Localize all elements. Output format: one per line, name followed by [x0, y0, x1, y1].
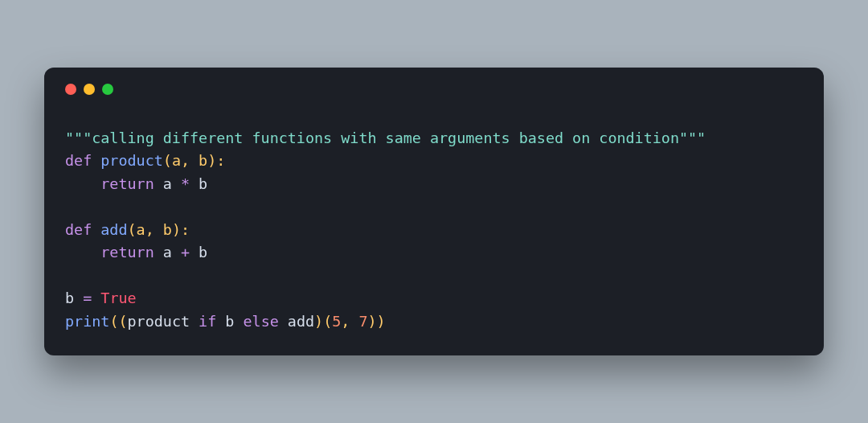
var-b: b — [190, 244, 207, 261]
function-name-product: product — [100, 152, 163, 169]
comma: , — [341, 313, 358, 330]
traffic-lights — [65, 84, 803, 95]
function-name-add: add — [100, 221, 127, 238]
number-7: 7 — [358, 313, 367, 330]
keyword-def: def — [65, 152, 92, 169]
indent — [65, 244, 100, 261]
var-a: a — [154, 244, 181, 261]
code-window: """calling different functions with same… — [44, 68, 824, 356]
close-icon[interactable] — [65, 84, 76, 95]
paren-open: (( — [109, 313, 127, 330]
params: (a, b): — [128, 221, 190, 238]
ref-add: add — [279, 313, 314, 330]
keyword-def: def — [65, 221, 92, 238]
paren-close-open: )( — [314, 313, 332, 330]
keyword-return: return — [100, 244, 154, 261]
constant-true: True — [100, 290, 136, 306]
paren-close: )) — [368, 313, 386, 330]
params: (a, b): — [163, 152, 226, 169]
operator-assign: = — [83, 290, 92, 306]
keyword-else: else — [243, 313, 278, 330]
zoom-icon[interactable] — [102, 84, 113, 95]
keyword-if: if — [199, 313, 216, 330]
number-5: 5 — [332, 313, 341, 330]
var-a: a — [154, 175, 181, 192]
minimize-icon[interactable] — [84, 84, 95, 95]
indent — [65, 175, 100, 192]
operator-plus: + — [181, 244, 190, 261]
docstring: """calling different functions with same… — [65, 129, 706, 146]
keyword-return: return — [100, 175, 154, 192]
operator-mult: * — [181, 175, 190, 192]
var-b: b — [65, 290, 83, 306]
ref-product: product — [128, 313, 199, 330]
space — [92, 290, 100, 306]
code-block: """calling different functions with same… — [65, 127, 803, 334]
var-b: b — [216, 313, 243, 330]
var-b: b — [190, 175, 207, 192]
call-print: print — [65, 313, 109, 330]
